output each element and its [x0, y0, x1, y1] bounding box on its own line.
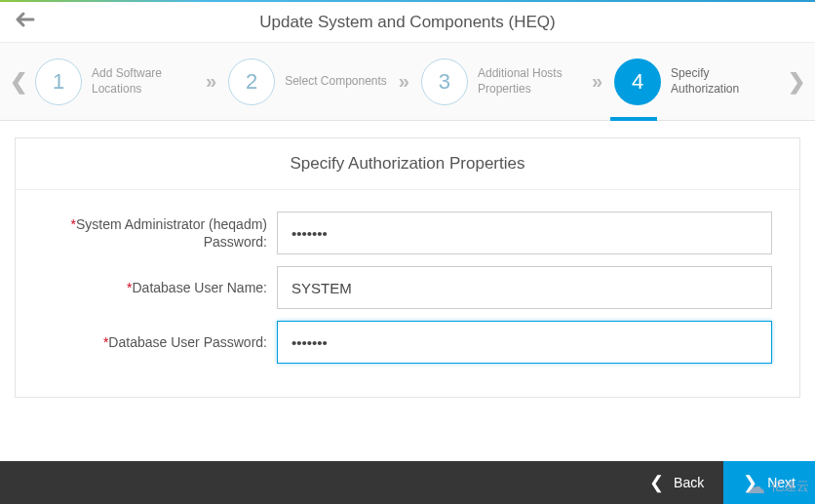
admin-password-row: *System Administrator (heqadm) Password:	[43, 212, 772, 254]
next-button[interactable]: ❯ Next	[723, 461, 815, 504]
step-number: 1	[35, 58, 82, 105]
db-user-input[interactable]	[277, 266, 772, 309]
step-label: Select Components	[285, 74, 387, 90]
chevron-right-icon: ❯	[743, 472, 757, 493]
step-label: Additional Hosts Properties	[478, 66, 580, 97]
wizard-step-2[interactable]: 2 Select Components	[224, 58, 391, 105]
admin-password-input[interactable]	[277, 212, 772, 254]
db-user-label: Database User Name:	[132, 280, 267, 295]
db-password-row: *Database User Password:	[43, 321, 772, 364]
admin-password-label: System Administrator (heqadm) Password:	[76, 216, 267, 250]
chevron-left-icon: ❮	[649, 472, 664, 493]
bottom-bar: ❮ Back ❯ Next	[0, 461, 815, 504]
chevron-right-icon: »	[198, 70, 224, 93]
panel-title: Specify Authorization Properties	[16, 138, 799, 190]
step-number: 4	[614, 58, 661, 105]
chevron-right-icon: »	[584, 70, 610, 93]
wizard-step-3[interactable]: 3 Additional Hosts Properties	[417, 58, 584, 105]
header: Update System and Components (HEQ)	[0, 2, 815, 43]
step-number: 2	[228, 58, 275, 105]
chevron-right-icon[interactable]: ❯	[784, 69, 809, 95]
page-title: Update System and Components (HEQ)	[0, 13, 815, 32]
chevron-left-icon[interactable]: ❮	[6, 69, 31, 95]
step-label: Add Software Locations	[92, 66, 194, 97]
step-label: Specify Authorization	[671, 66, 773, 97]
auth-panel: Specify Authorization Properties *System…	[16, 138, 799, 397]
db-password-input[interactable]	[277, 321, 772, 364]
back-label: Back	[674, 475, 704, 490]
wizard-step-4[interactable]: 4 Specify Authorization	[610, 58, 777, 105]
wizard-step-1[interactable]: 1 Add Software Locations	[31, 58, 198, 105]
next-label: Next	[767, 475, 796, 490]
chevron-right-icon: »	[391, 70, 417, 93]
back-button[interactable]: ❮ Back	[630, 461, 723, 504]
wizard-steps: ❮ 1 Add Software Locations » 2 Select Co…	[0, 43, 815, 121]
db-user-row: *Database User Name:	[43, 266, 772, 309]
step-number: 3	[421, 58, 468, 105]
db-password-label: Database User Password:	[108, 334, 267, 350]
